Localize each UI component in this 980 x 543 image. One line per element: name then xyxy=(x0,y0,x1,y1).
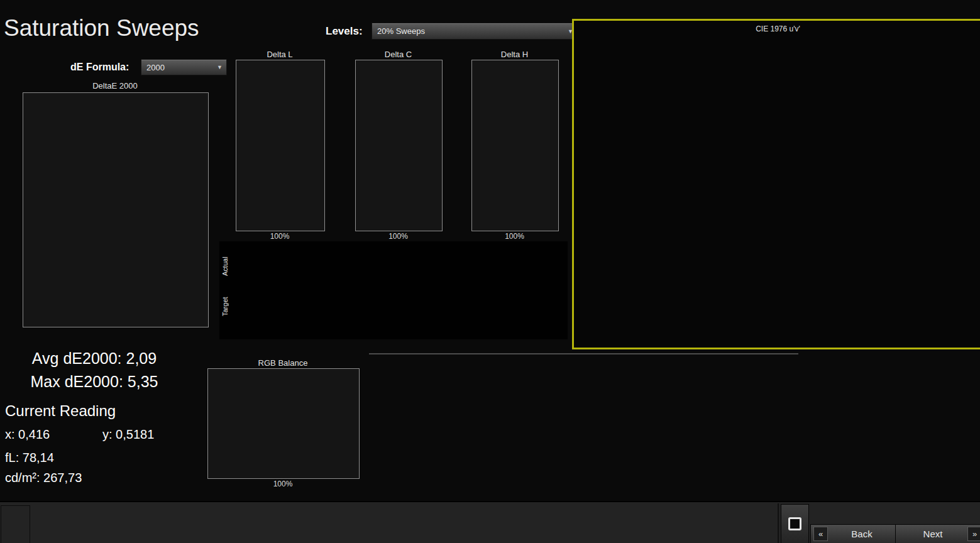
actual-row-label: Actual xyxy=(221,248,229,285)
stop-measuring-button[interactable] xyxy=(781,504,809,543)
delta-l-y-axis xyxy=(213,60,234,230)
current-reading-x: x: 0,416 xyxy=(5,427,50,442)
page-title: Saturation Sweeps xyxy=(4,15,199,41)
actual-target-swatch-strip: Actual Target xyxy=(219,241,568,339)
delta-h-y-axis xyxy=(449,60,470,230)
levels-dropdown-value: 20% Sweeps xyxy=(377,26,425,36)
delta-h-chart-title: Delta H xyxy=(471,50,558,59)
stop-square-icon xyxy=(788,517,801,530)
bottom-toolbar: « Back Next » xyxy=(0,501,980,543)
next-button[interactable]: Next » xyxy=(895,524,980,543)
current-color-patch xyxy=(1,505,30,543)
cie-diagram-panel: CIE 1976 u'v' xyxy=(572,19,980,349)
back-button-label: Back xyxy=(828,529,896,539)
next-button-label: Next xyxy=(898,529,967,539)
rgb-balance-x-label: 100% xyxy=(207,480,358,488)
levels-dropdown[interactable]: 20% Sweeps ▼ xyxy=(372,23,578,40)
levels-label: Levels: xyxy=(326,25,363,38)
delta-h-chart xyxy=(471,60,559,231)
avg-de2000-stat: Avg dE2000: 2,09 xyxy=(9,349,179,368)
delta-l-chart xyxy=(236,60,325,231)
current-reading-title: Current Reading xyxy=(5,402,116,420)
delta-h-x-label: 100% xyxy=(471,232,558,241)
measurement-table xyxy=(369,353,798,354)
current-reading-cdm2: cd/m²: 267,73 xyxy=(5,471,82,485)
chevrons-right-icon: » xyxy=(967,527,980,541)
de-formula-label: dE Formula: xyxy=(70,62,129,73)
chevrons-left-icon: « xyxy=(813,527,828,541)
rgb-balance-chart-title: RGB Balance xyxy=(207,358,358,368)
deltae-chart-title: DeltaE 2000 xyxy=(23,81,207,90)
back-button[interactable]: « Back xyxy=(810,524,899,543)
cie-plot xyxy=(574,21,980,348)
delta-c-chart-title: Delta C xyxy=(355,50,441,59)
rgb-balance-chart xyxy=(207,368,360,479)
cie-diagram-title: CIE 1976 u'v' xyxy=(574,25,980,33)
deltae-x-axis xyxy=(0,328,233,337)
deltae-y-axis xyxy=(0,92,21,326)
delta-c-x-label: 100% xyxy=(355,232,441,241)
rgb-balance-y-axis xyxy=(185,368,206,478)
delta-c-y-axis xyxy=(333,60,353,230)
delta-l-x-label: 100% xyxy=(236,232,324,241)
toolbar-divider xyxy=(778,503,779,543)
current-reading-y: y: 0,5181 xyxy=(102,427,154,442)
delta-c-chart xyxy=(355,60,443,231)
current-reading-fl: fL: 78,14 xyxy=(5,451,54,465)
max-de2000-stat: Max dE2000: 5,35 xyxy=(9,373,179,391)
delta-l-chart-title: Delta L xyxy=(236,50,324,59)
target-row-label: Target xyxy=(221,288,229,326)
de-formula-dropdown-value: 2000 xyxy=(146,63,165,72)
app-root: Saturation Sweeps Levels: 20% Sweeps ▼ d… xyxy=(0,0,980,543)
deltae-chart xyxy=(23,92,209,327)
